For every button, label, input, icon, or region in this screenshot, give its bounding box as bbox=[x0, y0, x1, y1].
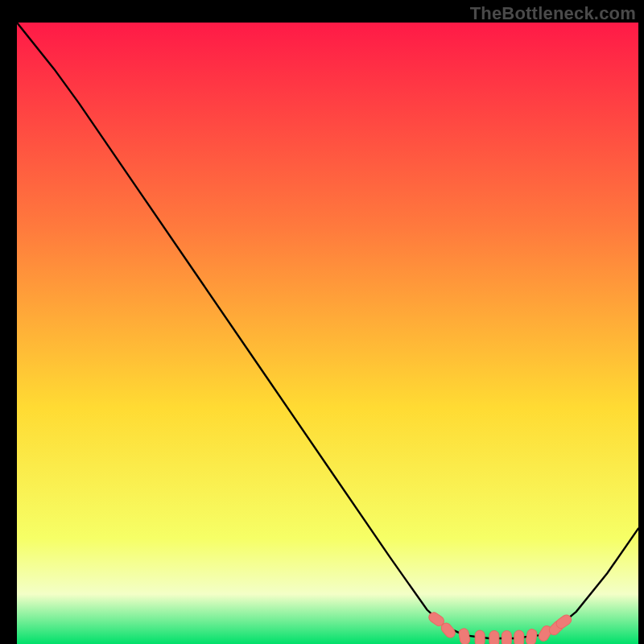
optimal-marker bbox=[502, 630, 511, 644]
chart-stage: TheBottleneck.com bbox=[0, 0, 644, 644]
optimal-marker bbox=[475, 630, 485, 644]
chart-svg bbox=[17, 23, 638, 644]
plot-area bbox=[17, 23, 638, 644]
optimal-marker bbox=[514, 630, 524, 644]
gradient-background bbox=[17, 23, 638, 644]
optimal-marker bbox=[489, 630, 499, 644]
attribution-label: TheBottleneck.com bbox=[470, 3, 636, 24]
